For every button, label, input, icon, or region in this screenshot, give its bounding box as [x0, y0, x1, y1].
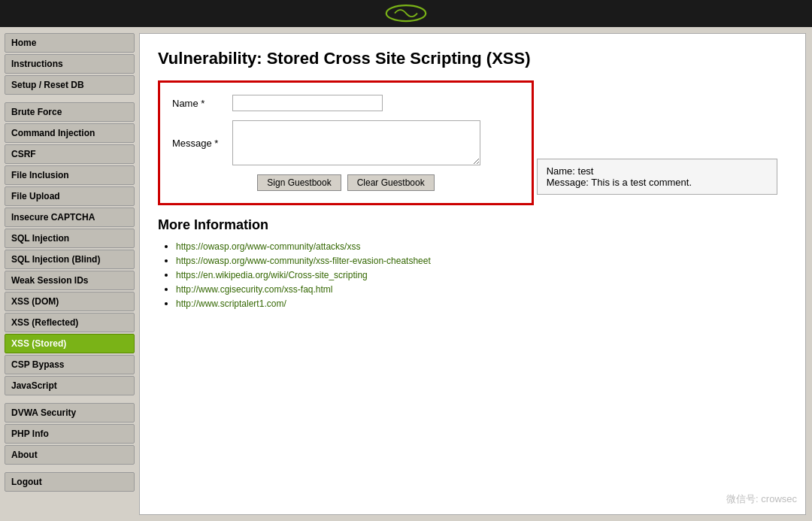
sidebar-item-xss-dom[interactable]: XSS (DOM): [5, 292, 135, 311]
sidebar-item-home[interactable]: Home: [5, 33, 135, 53]
sidebar-item-command-injection[interactable]: Command Injection: [5, 123, 135, 143]
content-area: Vulnerability: Stored Cross Site Scripti…: [139, 33, 806, 515]
watermark: 微信号: crowsec: [726, 492, 797, 506]
link-3[interactable]: https://en.wikipedia.org/wiki/Cross-site…: [176, 270, 368, 280]
comment-name-line: Name: test: [547, 165, 768, 177]
more-info-title: More Information: [158, 217, 787, 233]
sidebar-item-dvwa-security[interactable]: DVWA Security: [5, 403, 135, 423]
sidebar-item-xss-stored[interactable]: XSS (Stored): [5, 334, 135, 353]
sign-guestbook-button[interactable]: Sign Guestbook: [257, 174, 341, 191]
more-info-links: https://owasp.org/www-community/attacks/…: [158, 241, 787, 309]
name-label: Name *: [172, 98, 232, 109]
comment-message-line: Message: This is a test comment.: [547, 177, 768, 188]
sidebar-item-file-inclusion[interactable]: File Inclusion: [5, 165, 135, 185]
list-item: https://owasp.org/www-community/attacks/…: [176, 241, 787, 252]
message-row: Message *: [172, 120, 520, 165]
sidebar-item-php-info[interactable]: PHP Info: [5, 424, 135, 444]
form-buttons: Sign Guestbook Clear Guestbook: [172, 174, 520, 191]
sidebar-item-sql-injection[interactable]: SQL Injection: [5, 229, 135, 248]
sidebar-item-brute-force[interactable]: Brute Force: [5, 102, 135, 122]
list-item: http://www.cgisecurity.com/xss-faq.html: [176, 283, 787, 295]
sidebar-item-about[interactable]: About: [5, 445, 135, 465]
sidebar-item-insecure-captcha[interactable]: Insecure CAPTCHA: [5, 207, 135, 227]
clear-guestbook-button[interactable]: Clear Guestbook: [347, 174, 435, 191]
name-row: Name *: [172, 95, 520, 111]
sidebar-divider-2: [5, 397, 135, 403]
sidebar-item-logout[interactable]: Logout: [5, 472, 135, 492]
link-2[interactable]: https://owasp.org/www-community/xss-filt…: [176, 256, 431, 266]
logo-area: [383, 2, 429, 25]
main-layout: Home Instructions Setup / Reset DB Brute…: [0, 27, 812, 521]
sidebar-divider-3: [5, 466, 135, 472]
sidebar-item-sql-injection-blind[interactable]: SQL Injection (Blind): [5, 250, 135, 269]
sidebar-item-csp-bypass[interactable]: CSP Bypass: [5, 355, 135, 374]
sidebar-item-weak-session-ids[interactable]: Weak Session IDs: [5, 271, 135, 290]
list-item: https://owasp.org/www-community/xss-filt…: [176, 255, 787, 266]
top-bar: [0, 0, 812, 27]
sidebar-item-javascript[interactable]: JavaScript: [5, 376, 135, 395]
message-label: Message *: [172, 138, 232, 149]
link-4[interactable]: http://www.cgisecurity.com/xss-faq.html: [176, 284, 333, 295]
link-1[interactable]: https://owasp.org/www-community/attacks/…: [176, 241, 360, 252]
sidebar-item-xss-reflected[interactable]: XSS (Reflected): [5, 313, 135, 332]
link-5[interactable]: http://www.scriptalert1.com/: [176, 298, 286, 309]
sidebar-divider-1: [5, 96, 135, 102]
xss-form-box: Name * Message * Sign Guestbook Clear Gu…: [158, 80, 534, 205]
list-item: http://www.scriptalert1.com/: [176, 298, 787, 309]
comment-box: Name: test Message: This is a test comme…: [537, 159, 777, 195]
dvwa-logo: [383, 2, 429, 25]
list-item: https://en.wikipedia.org/wiki/Cross-site…: [176, 269, 787, 280]
message-textarea[interactable]: [232, 120, 480, 165]
sidebar: Home Instructions Setup / Reset DB Brute…: [0, 27, 139, 521]
name-input[interactable]: [232, 95, 383, 111]
sidebar-item-instructions[interactable]: Instructions: [5, 54, 135, 74]
sidebar-item-csrf[interactable]: CSRF: [5, 144, 135, 164]
sidebar-item-file-upload[interactable]: File Upload: [5, 186, 135, 206]
sidebar-item-setup-reset-db[interactable]: Setup / Reset DB: [5, 75, 135, 95]
page-title: Vulnerability: Stored Cross Site Scripti…: [158, 49, 787, 68]
